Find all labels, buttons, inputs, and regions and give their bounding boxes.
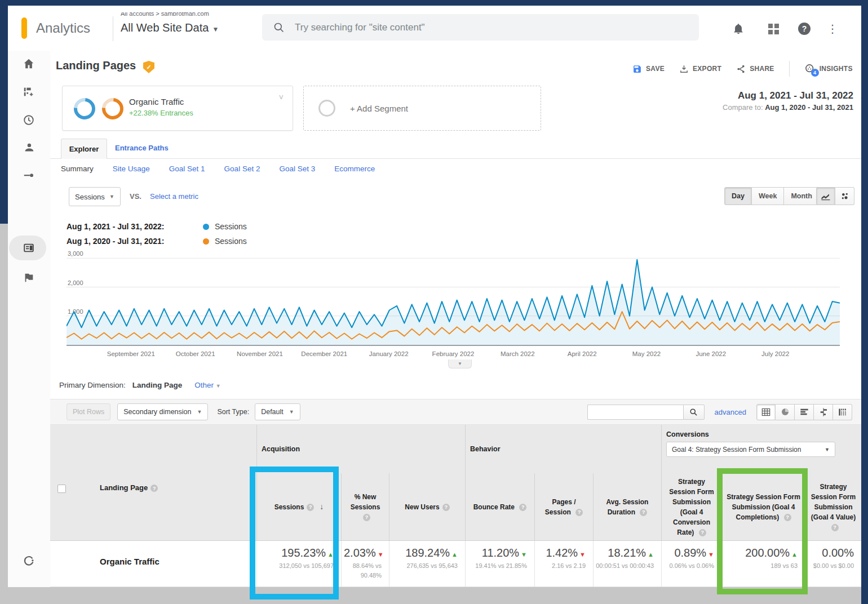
column-header-new-users[interactable]: New Users? bbox=[389, 473, 465, 540]
global-search-input[interactable] bbox=[295, 22, 633, 33]
column-header-goal4-conversion-rate[interactable]: Strategy Session Form Submission (Goal 4… bbox=[661, 473, 721, 540]
actions-divider bbox=[789, 61, 790, 77]
help-tooltip-icon[interactable]: ? bbox=[363, 514, 370, 521]
column-header-goal4-value[interactable]: Strategy Session Form Submission (Goal 4… bbox=[805, 473, 861, 540]
cell-avg-session-duration: 18.21%▲ 00:00:51 vs 00:00:43 bbox=[593, 541, 661, 587]
column-header-bounce-rate[interactable]: Bounce Rate ? bbox=[465, 473, 534, 540]
granularity-month-button[interactable]: Month bbox=[784, 187, 819, 205]
behavior-report-icon[interactable] bbox=[19, 239, 38, 256]
help-tooltip-icon[interactable]: ? bbox=[575, 509, 583, 516]
sort-descending-icon[interactable]: ↓ bbox=[320, 502, 324, 511]
help-tooltip-icon[interactable]: ? bbox=[699, 529, 706, 536]
granularity-week-button[interactable]: Week bbox=[752, 187, 784, 205]
attribution-icon[interactable] bbox=[19, 552, 38, 569]
cell-goal4-conversion-rate: 0.89%▼ 0.06% vs 0.06% bbox=[661, 541, 721, 587]
column-header-pages-per-session[interactable]: Pages / Session ? bbox=[534, 473, 593, 540]
subtab-summary[interactable]: Summary bbox=[61, 165, 94, 173]
subtab-site-usage[interactable]: Site Usage bbox=[113, 165, 150, 173]
column-header-landing-page[interactable]: Landing Page? bbox=[73, 473, 256, 540]
help-icon[interactable]: ? bbox=[797, 21, 812, 36]
date-range-compare: Compare to: Aug 1, 2020 - Jul 31, 2021 bbox=[662, 103, 853, 112]
plot-rows-button[interactable]: Plot Rows bbox=[67, 403, 110, 420]
select-all-checkbox[interactable] bbox=[57, 485, 66, 493]
insights-badge: 4 bbox=[811, 69, 819, 77]
subtab-ecommerce[interactable]: Ecommerce bbox=[334, 165, 375, 173]
table-search-button[interactable] bbox=[683, 405, 705, 420]
segment-card-organic-traffic[interactable]: Organic Traffic +22.38% Entrances ˅ bbox=[62, 86, 293, 131]
primary-dimension-label: Primary Dimension: bbox=[59, 381, 126, 389]
share-button[interactable]: SHARE bbox=[736, 64, 774, 74]
table-row[interactable]: Organic Traffic 195.23%▲ 312,050 vs 105,… bbox=[50, 541, 861, 587]
acquisition-icon[interactable] bbox=[19, 167, 38, 184]
table-search-input[interactable] bbox=[587, 405, 683, 420]
view-performance-icon[interactable] bbox=[795, 404, 814, 420]
view-percentage-icon[interactable] bbox=[776, 404, 795, 420]
verified-shield-icon: ✓ bbox=[143, 61, 154, 73]
realtime-clock-icon[interactable] bbox=[19, 112, 38, 128]
help-tooltip-icon[interactable]: ? bbox=[640, 509, 647, 516]
overflow-menu-icon[interactable]: ⋮ bbox=[825, 21, 840, 36]
search-icon bbox=[273, 22, 285, 33]
sort-type-label: Sort Type: bbox=[217, 408, 249, 416]
column-header-avg-session-duration[interactable]: Avg. Session Duration ? bbox=[593, 473, 661, 540]
primary-dimension-value[interactable]: Landing Page bbox=[132, 381, 183, 389]
trend-down-icon: ▼ bbox=[708, 551, 714, 558]
property-selector[interactable]: All Web Site Data▼ bbox=[121, 21, 219, 34]
select-a-metric-link[interactable]: Select a metric bbox=[150, 192, 198, 201]
select-all-cell bbox=[50, 473, 73, 540]
sort-type-dropdown[interactable]: Default▼ bbox=[255, 403, 300, 420]
table-group-header-row: Acquisition Behavior Conversions Goal 4:… bbox=[50, 425, 861, 473]
goal-selector-dropdown[interactable]: Goal 4: Strategy Session Form Submission… bbox=[666, 442, 835, 457]
secondary-dimension-dropdown[interactable]: Secondary dimension▼ bbox=[117, 403, 208, 420]
date-range-selector[interactable]: Aug 1, 2021 - Jul 31, 2022 Compare to: A… bbox=[662, 90, 853, 112]
tab-separator-line bbox=[50, 158, 861, 159]
customization-icon[interactable] bbox=[19, 83, 38, 100]
advanced-search-link[interactable]: advanced bbox=[715, 408, 746, 416]
cell-new-users: 189.24%▲ 276,635 vs 95,643 bbox=[389, 541, 465, 587]
help-tooltip-icon[interactable]: ? bbox=[307, 504, 314, 511]
save-button[interactable]: SAVE bbox=[632, 64, 665, 74]
chart-collapse-handle[interactable]: ▼ bbox=[448, 359, 472, 368]
cell-goal4-value: 0.00% $0.00 vs $0.00 bbox=[805, 541, 861, 587]
search-icon bbox=[689, 408, 698, 416]
apps-grid-icon[interactable] bbox=[766, 21, 781, 36]
column-header-pct-new-sessions[interactable]: % New Sessions ? bbox=[341, 473, 389, 540]
help-tooltip-icon[interactable]: ? bbox=[442, 504, 450, 511]
help-tooltip-icon[interactable]: ? bbox=[831, 524, 839, 531]
tab-entrance-paths[interactable]: Entrance Paths bbox=[115, 144, 169, 152]
export-button[interactable]: EXPORT bbox=[679, 64, 721, 74]
line-chart-icon[interactable] bbox=[816, 187, 835, 205]
group-header-acquisition: Acquisition bbox=[256, 425, 465, 473]
subtab-goal-set-1[interactable]: Goal Set 1 bbox=[169, 165, 205, 173]
row-checkbox-cell bbox=[50, 541, 73, 587]
row-landing-page-name: Organic Traffic bbox=[73, 541, 256, 587]
insights-button[interactable]: 4 INSIGHTS bbox=[804, 63, 853, 74]
add-segment-button[interactable]: + Add Segment bbox=[303, 86, 541, 131]
granularity-day-button[interactable]: Day bbox=[724, 187, 752, 205]
cell-sessions: 195.23%▲ 312,050 vs 105,697 bbox=[256, 541, 341, 587]
explorer-subtabs: Summary Site Usage Goal Set 1 Goal Set 2… bbox=[61, 165, 375, 173]
home-icon[interactable] bbox=[19, 55, 38, 72]
view-table-icon[interactable] bbox=[756, 404, 776, 420]
help-tooltip-icon[interactable]: ? bbox=[784, 514, 791, 521]
tab-explorer[interactable]: Explorer bbox=[61, 139, 107, 159]
audience-person-icon[interactable] bbox=[19, 139, 38, 156]
primary-dimension-other-link[interactable]: Other ▼ bbox=[194, 381, 220, 389]
segment-chevron-down-icon[interactable]: ˅ bbox=[279, 93, 284, 102]
motion-chart-icon[interactable] bbox=[835, 187, 854, 205]
add-segment-circle-icon bbox=[318, 100, 335, 117]
report-actions: SAVE EXPORT SHARE 4 INSIGHTS bbox=[632, 61, 861, 77]
sessions-trend-chart[interactable]: 1,0002,0003,000 bbox=[67, 252, 840, 346]
column-header-goal4-completions[interactable]: Strategy Session Form Submission (Goal 4… bbox=[721, 473, 805, 540]
view-pivot-icon[interactable] bbox=[833, 404, 852, 420]
column-header-sessions[interactable]: Sessions?↓ bbox=[256, 473, 341, 540]
help-tooltip-icon[interactable]: ? bbox=[519, 504, 526, 511]
view-comparison-icon[interactable] bbox=[814, 404, 833, 420]
subtab-goal-set-3[interactable]: Goal Set 3 bbox=[279, 165, 315, 173]
conversions-flag-icon[interactable] bbox=[19, 269, 38, 286]
metric-dropdown[interactable]: Sessions ▼ bbox=[69, 187, 121, 206]
global-search[interactable] bbox=[262, 14, 699, 41]
subtab-goal-set-2[interactable]: Goal Set 2 bbox=[224, 165, 260, 173]
notifications-bell-icon[interactable] bbox=[731, 21, 746, 36]
help-tooltip-icon[interactable]: ? bbox=[150, 485, 158, 492]
